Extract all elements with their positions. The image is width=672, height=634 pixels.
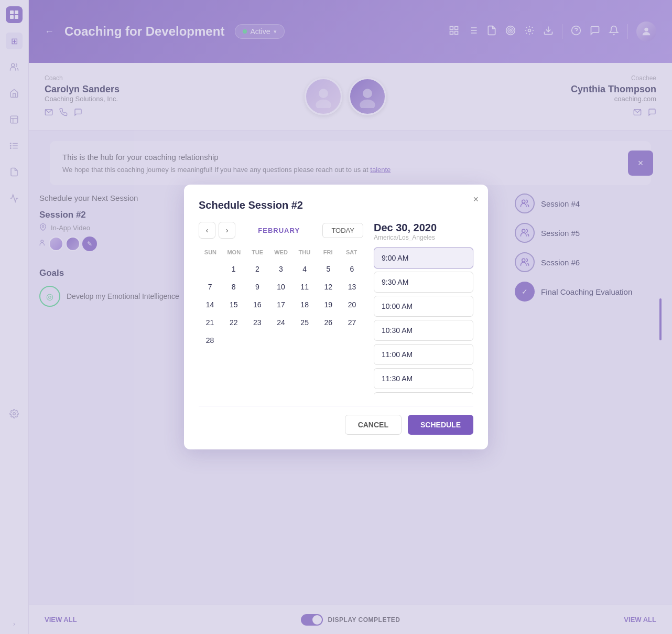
dow-sat: SAT	[340, 247, 363, 257]
cal-day-5[interactable]: 5	[317, 261, 340, 277]
cal-day-26[interactable]: 26	[317, 314, 340, 331]
time-slot-1[interactable]: 9:30 AM	[374, 272, 473, 293]
cal-day-20[interactable]: 20	[341, 296, 363, 313]
time-slot-4[interactable]: 11:00 AM	[374, 344, 473, 365]
cal-day-15[interactable]: 15	[222, 296, 245, 313]
cal-day-2[interactable]: 2	[246, 261, 268, 277]
cal-day-empty-7	[341, 332, 363, 349]
modal-close-button[interactable]: ×	[473, 194, 479, 205]
cal-day-empty-4	[269, 332, 292, 349]
cal-day-19[interactable]: 19	[317, 296, 340, 313]
cal-day-17[interactable]: 17	[269, 296, 292, 313]
dow-mon: MON	[222, 247, 246, 257]
cal-day-22[interactable]: 22	[222, 314, 245, 331]
modal-footer: CANCEL SCHEDULE	[199, 406, 473, 435]
calendar-grid: SUN MON TUE WED THU FRI SAT 1 2 3 4	[199, 247, 363, 349]
cal-day-28[interactable]: 28	[199, 332, 221, 349]
dow-thu: THU	[292, 247, 316, 257]
cal-day-10[interactable]: 10	[269, 278, 292, 295]
schedule-button[interactable]: SCHEDULE	[408, 415, 473, 435]
cal-prev-button[interactable]: ‹	[199, 222, 215, 239]
cal-day-25[interactable]: 25	[294, 314, 316, 331]
cal-day-6[interactable]: 6	[341, 261, 363, 277]
modal-overlay[interactable]: Schedule Session #2 × ‹ › FEBRUARY TODAY…	[0, 0, 672, 634]
dow-wed: WED	[269, 247, 293, 257]
dow-tue: TUE	[246, 247, 269, 257]
cal-day-23[interactable]: 23	[246, 314, 268, 331]
calendar-header: ‹ › FEBRUARY TODAY	[199, 222, 363, 239]
today-button[interactable]: TODAY	[322, 223, 363, 238]
cal-day-13[interactable]: 13	[341, 278, 363, 295]
time-selection-section: Dec 30, 2020 America/Los_Angeles 9:00 AM…	[374, 222, 473, 394]
cal-day-9[interactable]: 9	[246, 278, 268, 295]
cal-day-14[interactable]: 14	[199, 296, 221, 313]
cal-day-27[interactable]: 27	[341, 314, 363, 331]
cal-day-empty-6	[317, 332, 340, 349]
time-slot-6[interactable]: 12:00 PM	[374, 392, 473, 394]
cal-nav-buttons: ‹ ›	[199, 222, 235, 239]
cal-day-1[interactable]: 1	[222, 261, 245, 277]
cancel-button[interactable]: CANCEL	[345, 415, 402, 435]
dow-fri: FRI	[316, 247, 340, 257]
dow-sun: SUN	[199, 247, 222, 257]
time-slot-5[interactable]: 11:30 AM	[374, 368, 473, 389]
selected-timezone: America/Los_Angeles	[374, 234, 473, 241]
cal-day-18[interactable]: 18	[294, 296, 316, 313]
cal-day-11[interactable]: 11	[294, 278, 316, 295]
cal-day-16[interactable]: 16	[246, 296, 268, 313]
cal-day-empty-5	[294, 332, 316, 349]
cal-next-button[interactable]: ›	[219, 222, 235, 239]
selected-date: Dec 30, 2020	[374, 222, 473, 234]
cal-day-empty-2	[222, 332, 245, 349]
cal-day-8[interactable]: 8	[222, 278, 245, 295]
cal-day-3[interactable]: 3	[269, 261, 292, 277]
modal-title: Schedule Session #2	[199, 199, 473, 211]
calendar-section: ‹ › FEBRUARY TODAY SUN MON TUE WED THU F…	[199, 222, 363, 394]
days-of-week: SUN MON TUE WED THU FRI SAT	[199, 247, 363, 257]
cal-day-empty-1	[199, 261, 221, 277]
time-slot-2[interactable]: 10:00 AM	[374, 296, 473, 317]
time-slot-0[interactable]: 9:00 AM	[374, 248, 473, 268]
modal-body: ‹ › FEBRUARY TODAY SUN MON TUE WED THU F…	[199, 222, 473, 394]
cal-day-24[interactable]: 24	[269, 314, 292, 331]
cal-day-4[interactable]: 4	[294, 261, 316, 277]
cal-day-21[interactable]: 21	[199, 314, 221, 331]
calendar-month: FEBRUARY	[258, 227, 300, 234]
cal-day-7[interactable]: 7	[199, 278, 221, 295]
schedule-session-modal: Schedule Session #2 × ‹ › FEBRUARY TODAY…	[184, 185, 488, 449]
cal-day-12[interactable]: 12	[317, 278, 340, 295]
time-slot-3[interactable]: 10:30 AM	[374, 320, 473, 341]
calendar-days: 1 2 3 4 5 6 7 8 9 10 11 12 13 14	[199, 261, 363, 349]
time-slots-list[interactable]: 9:00 AM 9:30 AM 10:00 AM 10:30 AM 11:00 …	[374, 248, 473, 394]
cal-day-empty-3	[246, 332, 268, 349]
